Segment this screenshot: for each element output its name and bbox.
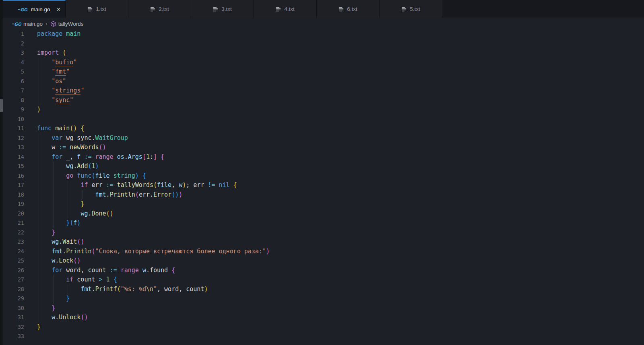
tab-6-txt[interactable]: 6.txt <box>317 0 380 18</box>
tab-main-go[interactable]: GOmain.go✕ <box>3 0 66 18</box>
code-line-content[interactable]: "strings" <box>37 86 644 96</box>
line-number: 22 <box>0 228 24 238</box>
line-number: 2 <box>0 39 24 49</box>
indent-guide <box>53 218 54 228</box>
code-line: 33 <box>0 332 644 341</box>
breadcrumb-label: main.go <box>23 21 43 27</box>
code-line-content[interactable]: } <box>37 228 644 238</box>
code-line: 32} <box>0 322 644 332</box>
code-line: 30 } <box>0 304 644 313</box>
code-line: 7 "strings" <box>0 86 644 96</box>
code-line-content[interactable]: package main <box>37 29 644 39</box>
indent-guide <box>53 209 54 219</box>
indent-guide <box>82 190 83 200</box>
code-line: 29 } <box>0 294 644 304</box>
close-icon[interactable]: ✕ <box>56 7 61 12</box>
code-line: 10 <box>0 115 644 124</box>
code-line-content[interactable]: for _, f := range os.Args[1:] { <box>37 152 644 162</box>
code-line-content[interactable]: go func(file string) { <box>37 171 644 181</box>
indent-guide <box>39 275 39 285</box>
code-line-content[interactable]: "os" <box>37 77 644 86</box>
code-line-content[interactable]: import ( <box>37 48 644 58</box>
code-line-content[interactable]: } <box>37 294 644 304</box>
code-line-content[interactable]: wg.Done() <box>37 209 644 219</box>
left-scrollbar-thumb[interactable] <box>0 99 3 112</box>
code-line-content[interactable] <box>37 332 644 341</box>
code-line-content[interactable]: fmt.Println(err.Error()) <box>37 190 644 200</box>
tab-3-txt[interactable]: 3.txt <box>191 0 254 18</box>
code-line-content[interactable]: } <box>37 304 644 313</box>
code-line-content[interactable] <box>37 115 644 124</box>
code-editor[interactable]: 1package main23import (4 "bufio"5 "fmt"6… <box>0 29 644 345</box>
code-line-content[interactable]: fmt.Printf("%s: %d\n", word, count) <box>37 285 644 294</box>
code-line-content[interactable]: for word, count := range w.found { <box>37 266 644 275</box>
text-file-icon <box>87 6 93 12</box>
tab-1-txt[interactable]: 1.txt <box>66 0 128 18</box>
text-file-icon <box>401 6 407 12</box>
code-line: 18 fmt.Println(err.Error()) <box>0 190 644 200</box>
tab-label: 4.txt <box>284 6 295 12</box>
code-line-content[interactable]: } <box>37 322 644 332</box>
indent-guide <box>39 133 39 143</box>
code-line-content[interactable]: "fmt" <box>37 67 644 77</box>
code-line-content[interactable]: if count > 1 { <box>37 275 644 285</box>
line-number: 33 <box>0 332 24 341</box>
indent-guide <box>39 143 39 152</box>
tab-2-txt[interactable]: 2.txt <box>128 0 191 18</box>
indent-guide <box>39 237 39 247</box>
tab-4-txt[interactable]: 4.txt <box>254 0 317 18</box>
code-line-content[interactable]: }(f) <box>37 218 644 228</box>
breadcrumb-item-tallyWords[interactable]: tallyWords <box>50 21 84 27</box>
line-number: 7 <box>0 86 24 96</box>
tab-5-txt[interactable]: 5.txt <box>380 0 442 18</box>
line-number: 11 <box>0 124 24 133</box>
code-line: 20 wg.Done() <box>0 209 644 219</box>
tab-bar-filler <box>442 0 644 18</box>
indent-guide <box>68 209 68 219</box>
code-line: 16 go func(file string) { <box>0 171 644 181</box>
indent-guide <box>39 181 39 190</box>
code-line: 27 if count > 1 { <box>0 275 644 285</box>
code-line: 13 w := newWords() <box>0 143 644 152</box>
line-number: 14 <box>0 152 24 162</box>
code-line-content[interactable]: w := newWords() <box>37 143 644 152</box>
tab-label: 5.txt <box>410 6 420 12</box>
code-line-content[interactable]: w.Lock() <box>37 256 644 266</box>
code-line-content[interactable]: fmt.Println("Слова, которые встречаются … <box>37 247 644 257</box>
code-line-content[interactable]: ) <box>37 105 644 115</box>
line-number: 8 <box>0 96 24 105</box>
code-line-content[interactable]: func main() { <box>37 124 644 133</box>
code-line-content[interactable]: "sync" <box>37 96 644 105</box>
code-line-content[interactable]: if err := tallyWords(file, w); err != ni… <box>37 181 644 190</box>
indent-guide <box>53 199 54 209</box>
code-line: 11func main() { <box>0 124 644 133</box>
code-line-content[interactable] <box>37 39 644 49</box>
breadcrumb-label: tallyWords <box>58 21 84 27</box>
indent-guide <box>39 190 39 200</box>
code-line: 9) <box>0 105 644 115</box>
line-number: 1 <box>0 29 24 39</box>
line-number: 10 <box>0 115 24 124</box>
breadcrumb-item-main-go[interactable]: GOmain.go <box>12 21 43 27</box>
code-line-content[interactable]: "bufio" <box>37 58 644 68</box>
text-file-icon <box>276 6 281 12</box>
code-line: 2 <box>0 39 644 49</box>
line-number: 4 <box>0 58 24 68</box>
indent-guide <box>39 209 39 219</box>
code-line-content[interactable]: var wg sync.WaitGroup <box>37 133 644 143</box>
go-file-icon: GO <box>12 21 21 27</box>
code-line-content[interactable]: wg.Add(1) <box>37 162 644 171</box>
indent-guide <box>39 58 39 68</box>
line-number: 19 <box>0 199 24 209</box>
code-line: 22 } <box>0 228 644 238</box>
indent-guide <box>39 294 39 304</box>
code-line-content[interactable]: w.Unlock() <box>37 313 644 322</box>
line-number: 16 <box>0 171 24 181</box>
line-number: 29 <box>0 294 24 304</box>
code-line: 23 wg.Wait() <box>0 237 644 247</box>
left-edge-strip <box>0 0 3 345</box>
code-line: 24 fmt.Println("Слова, которые встречают… <box>0 247 644 257</box>
code-line-content[interactable]: } <box>37 199 644 209</box>
code-line-content[interactable]: wg.Wait() <box>37 237 644 247</box>
text-file-icon <box>339 6 344 12</box>
